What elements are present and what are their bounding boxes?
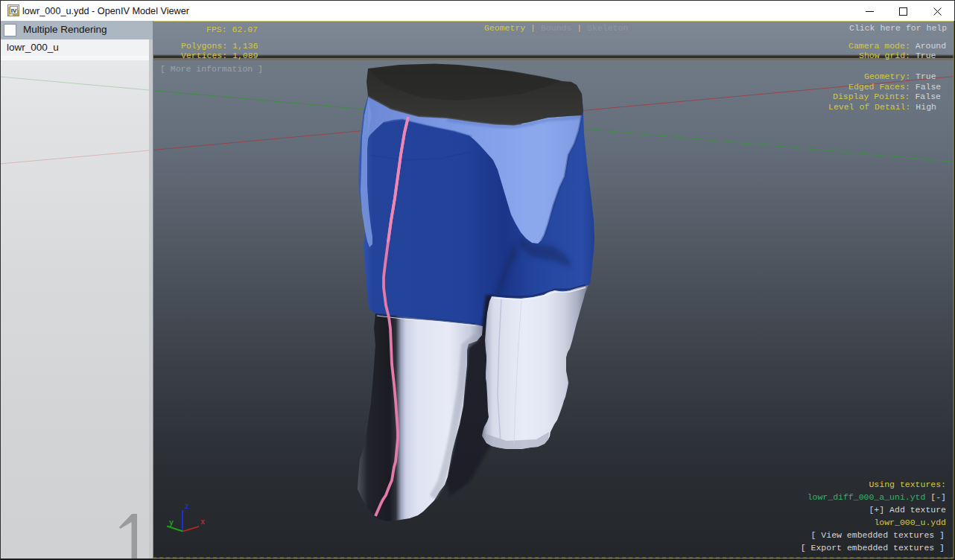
svg-text:IV: IV: [11, 7, 17, 14]
svg-text:x: x: [200, 518, 205, 526]
svg-text:y: y: [169, 519, 174, 527]
svg-text:z: z: [185, 503, 189, 511]
